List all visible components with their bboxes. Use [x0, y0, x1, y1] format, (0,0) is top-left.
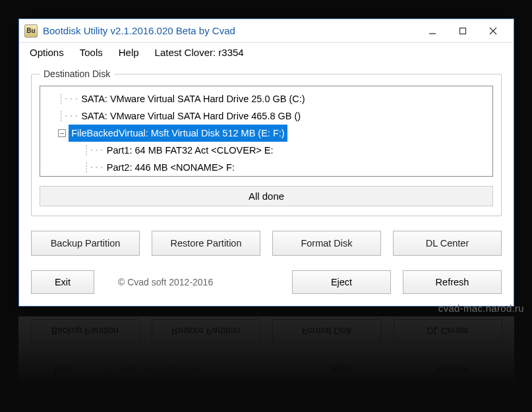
tree-item-label[interactable]: Part2: 446 MB <NONAME> F:	[104, 159, 237, 176]
dl-center-button[interactable]: DL Center	[393, 231, 502, 256]
titlebar[interactable]: Bu Bootdisk Utility v2.1.2016.020 Beta b…	[19, 19, 514, 43]
minimize-button[interactable]	[417, 21, 448, 41]
tree-row[interactable]: −FileBackedVirtual: Msft Virtual Disk 51…	[43, 125, 490, 142]
menubar: Options Tools Help Latest Clover: r3354	[19, 43, 514, 62]
tree-row[interactable]: ┊···SATA: VMware Virtual SATA Hard Drive…	[43, 107, 490, 125]
refresh-button[interactable]: Refresh	[403, 270, 502, 294]
destination-disk-group: Destination Disk ┊···SATA: VMware Virtua…	[31, 69, 502, 216]
copyright-text: © Cvad soft 2012-2016	[106, 277, 280, 287]
tree-item-label[interactable]: SATA: VMware Virtual SATA Hard Drive 465…	[78, 107, 303, 125]
button-row-2: Exit © Cvad soft 2012-2016 Eject Refresh	[31, 270, 502, 294]
button-row-1: Backup Partition Restore Partition Forma…	[31, 231, 502, 256]
restore-partition-button[interactable]: Restore Partition	[152, 231, 260, 256]
tree-item-label[interactable]: SATA: VMware Virtual SATA Hard Drive 25.…	[78, 90, 308, 107]
destination-disk-legend: Destination Disk	[40, 69, 114, 79]
eject-button[interactable]: Eject	[292, 270, 391, 294]
window-title: Bootdisk Utility v2.1.2016.020 Beta by C…	[43, 25, 417, 36]
menu-latest-clover[interactable]: Latest Clover: r3354	[155, 47, 244, 58]
tree-item-label[interactable]: FileBackedVirtual: Msft Virtual Disk 512…	[69, 125, 287, 142]
app-window: Bu Bootdisk Utility v2.1.2016.020 Beta b…	[18, 18, 514, 307]
format-disk-button[interactable]: Format Disk	[272, 231, 381, 256]
tree-row[interactable]: ┊···Part1: 64 MB FAT32 Act <CLOVER> E:	[43, 142, 490, 159]
watermark-text: cvad-mac.narod.ru	[438, 303, 524, 314]
menu-help[interactable]: Help	[119, 47, 139, 58]
menu-options[interactable]: Options	[30, 47, 64, 58]
tree-row[interactable]: ┊···Part2: 446 MB <NONAME> F:	[43, 159, 490, 176]
client-area: Destination Disk ┊···SATA: VMware Virtua…	[19, 62, 514, 306]
svg-rect-1	[460, 28, 466, 34]
window-controls	[417, 21, 508, 41]
app-icon: Bu	[24, 24, 38, 38]
tree-item-label[interactable]: Part1: 64 MB FAT32 Act <CLOVER> E:	[104, 142, 276, 159]
disk-tree[interactable]: ┊···SATA: VMware Virtual SATA Hard Drive…	[40, 86, 493, 177]
tree-expander-icon[interactable]: −	[58, 129, 66, 137]
backup-partition-button[interactable]: Backup Partition	[31, 231, 140, 256]
maximize-button[interactable]	[448, 21, 478, 41]
menu-tools[interactable]: Tools	[80, 47, 103, 58]
tree-row[interactable]: ┊···SATA: VMware Virtual SATA Hard Drive…	[43, 90, 490, 107]
status-bar: All done	[40, 186, 493, 206]
close-button[interactable]	[478, 21, 508, 41]
exit-button[interactable]: Exit	[31, 270, 94, 294]
reflection-decoration: Exit © Cvad soft 2012-2016 Eject Refresh…	[18, 316, 514, 402]
